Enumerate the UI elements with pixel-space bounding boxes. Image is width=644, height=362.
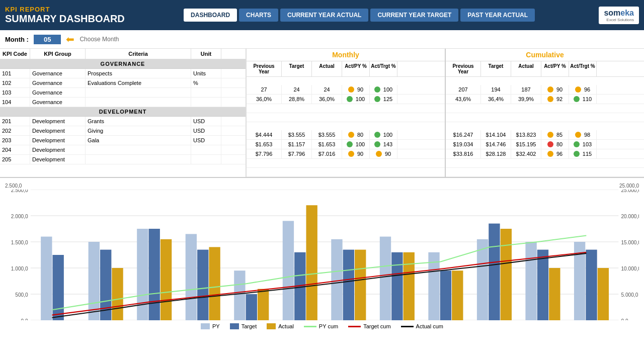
svg-text:5.000,0: 5.000,0 bbox=[621, 292, 638, 298]
list-item bbox=[247, 168, 445, 177]
legend-target-label: Target bbox=[242, 323, 257, 329]
monthly-col-target: Target bbox=[282, 61, 312, 76]
list-item bbox=[247, 104, 445, 113]
table-row: 203 Development Gala USD bbox=[0, 136, 246, 145]
month-value[interactable]: 05 bbox=[34, 35, 61, 44]
bar-target-10 bbox=[489, 224, 500, 320]
list-item: $19.034 $14.746 $15.195 80 103 bbox=[446, 140, 644, 149]
month-row: Month : 05 ⬅ Choose Month bbox=[0, 30, 644, 49]
dot-icon bbox=[574, 141, 580, 147]
legend-target: Target bbox=[230, 323, 257, 329]
dot-icon bbox=[348, 86, 354, 93]
bar-target-12 bbox=[586, 250, 597, 320]
unit-104 bbox=[191, 98, 221, 107]
criteria-202: Giving bbox=[86, 126, 191, 135]
bar-py-1 bbox=[41, 237, 52, 320]
criteria-201: Grants bbox=[86, 117, 191, 126]
svg-text:0,0: 0,0 bbox=[621, 318, 628, 320]
bar-py-11 bbox=[525, 242, 536, 320]
bar-actual-6 bbox=[306, 205, 317, 320]
cum-col-actual: Actual bbox=[511, 61, 541, 76]
code-104: 104 bbox=[0, 98, 30, 107]
chart-area: 2.500,0 25.000,0 2.500,0 2.000,0 1.500,0… bbox=[0, 178, 644, 344]
unit-101: Units bbox=[191, 69, 221, 78]
col-kpi-code: KPI Code bbox=[0, 49, 30, 59]
table-row: 102 Governance Evaluations Complete % bbox=[0, 78, 246, 88]
criteria-102: Evaluations Complete bbox=[86, 78, 191, 87]
legend-actual: Actual bbox=[267, 323, 294, 329]
criteria-101: Prospects bbox=[86, 69, 191, 78]
kpi-report-label: KPI REPORT bbox=[5, 6, 125, 13]
monthly-col-actual: Actual bbox=[312, 61, 342, 76]
bar-py-3 bbox=[137, 229, 148, 320]
legend-target-cum: Target cum bbox=[348, 323, 390, 329]
list-item: 43,6% 36,4% 39,9% 92 110 bbox=[446, 95, 644, 104]
header-nav: DASHBOARD CHARTS CURRENT YEAR ACTUAL CUR… bbox=[125, 9, 594, 22]
header: KPI REPORT SUMMARY DASHBOARD DASHBOARD C… bbox=[0, 0, 644, 30]
monthly-section: Monthly Previous Year Target Actual Act/… bbox=[247, 49, 446, 177]
legend-target-cum-icon bbox=[348, 326, 361, 327]
bar-target-7 bbox=[343, 250, 354, 320]
bar-actual-10 bbox=[501, 229, 512, 320]
list-item: 36,0% 28,8% 36,0% 100 125 bbox=[247, 95, 445, 104]
bar-target-1 bbox=[53, 255, 64, 320]
svg-text:500,0: 500,0 bbox=[15, 292, 28, 298]
group-102: Governance bbox=[30, 78, 86, 87]
kpi-table-header: KPI Code KPI Group Criteria Unit bbox=[0, 49, 246, 59]
group-203: Development bbox=[30, 136, 86, 145]
bar-py-8 bbox=[380, 237, 391, 320]
table-row: 101 Governance Prospects Units bbox=[0, 69, 246, 78]
bar-target-11 bbox=[537, 250, 548, 320]
group-103: Governance bbox=[30, 88, 86, 97]
group-205: Development bbox=[30, 155, 86, 164]
unit-204 bbox=[191, 145, 221, 154]
svg-text:1.500,0: 1.500,0 bbox=[11, 240, 28, 245]
dot-icon bbox=[575, 132, 581, 138]
legend-actual-cum: Actual cum bbox=[401, 323, 443, 329]
bar-actual-9 bbox=[452, 270, 463, 320]
criteria-203: Gala bbox=[86, 136, 191, 145]
criteria-103 bbox=[86, 88, 191, 97]
dot-icon bbox=[347, 141, 353, 147]
development-section-header: DEVELOPMENT bbox=[0, 107, 246, 117]
criteria-104 bbox=[86, 98, 191, 107]
nav-cyt-button[interactable]: CURRENT YEAR TARGET bbox=[370, 9, 458, 22]
nav-dashboard-button[interactable]: DASHBOARD bbox=[184, 9, 237, 22]
bar-py-4 bbox=[186, 234, 197, 320]
governance-section-header: GOVERNANCE bbox=[0, 59, 246, 69]
cumulative-title: Cumulative bbox=[446, 49, 644, 61]
legend-py-cum: PY cum bbox=[304, 323, 338, 329]
dot-icon bbox=[374, 132, 380, 138]
legend-target-icon bbox=[230, 323, 239, 329]
legend-actual-icon bbox=[267, 323, 276, 329]
y-axis-left-label: 2.500,0 bbox=[5, 183, 22, 189]
bar-actual-11 bbox=[549, 268, 560, 320]
dot-icon bbox=[348, 151, 354, 157]
nav-cya-button[interactable]: CURRENT YEAR ACTUAL bbox=[280, 9, 368, 22]
unit-201: USD bbox=[191, 117, 221, 126]
code-204: 204 bbox=[0, 145, 30, 154]
list-item: 207 194 187 90 96 bbox=[446, 85, 644, 95]
legend-py-cum-icon bbox=[304, 326, 316, 327]
cum-col-prev: Previous Year bbox=[446, 61, 481, 76]
bar-py-2 bbox=[89, 242, 100, 320]
list-item: 27 24 24 90 100 bbox=[247, 85, 445, 95]
legend-actual-cum-icon bbox=[401, 326, 414, 327]
dot-icon bbox=[376, 151, 382, 157]
choose-month-label: Choose Month bbox=[79, 36, 119, 43]
bar-py-5 bbox=[234, 270, 245, 320]
col-unit: Unit bbox=[191, 49, 221, 59]
nav-pya-button[interactable]: PAST YEAR ACTUAL bbox=[460, 9, 535, 22]
list-item bbox=[247, 113, 445, 122]
dot-icon bbox=[575, 86, 581, 93]
dot-icon bbox=[347, 96, 353, 102]
nav-charts-button[interactable]: CHARTS bbox=[239, 9, 278, 22]
bar-actual-8 bbox=[404, 252, 415, 320]
cumulative-header: Previous Year Target Actual Act/PY % Act… bbox=[446, 61, 644, 77]
dot-icon bbox=[547, 96, 553, 102]
code-103: 103 bbox=[0, 88, 30, 97]
unit-205 bbox=[191, 155, 221, 164]
unit-202: USD bbox=[191, 126, 221, 135]
chart-svg: 2.500,0 2.000,0 1.500,0 1.000,0 500,0 0,… bbox=[5, 190, 639, 320]
list-item: $16.247 $14.104 $13.823 85 98 bbox=[446, 130, 644, 140]
